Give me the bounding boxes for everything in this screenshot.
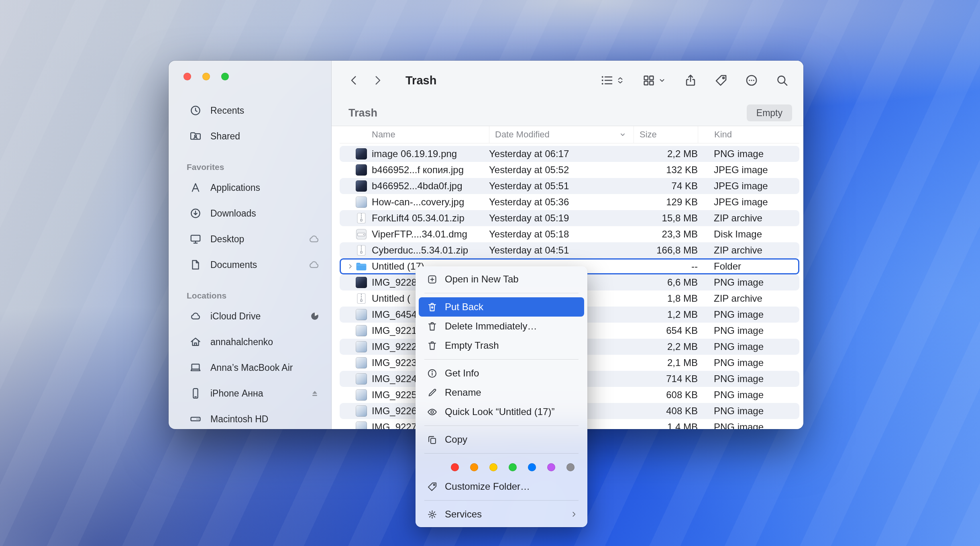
submenu-chevron-icon xyxy=(570,510,579,519)
file-kind: PNG image xyxy=(698,277,799,288)
quick-look-untitled-17-menu-item[interactable]: Quick Look “Untitled (17)” xyxy=(419,402,584,421)
search-button[interactable] xyxy=(775,74,789,87)
tag-green-swatch[interactable] xyxy=(509,463,517,471)
section-header-bar: Trash Empty xyxy=(332,100,803,126)
tag-orange-swatch[interactable] xyxy=(470,463,478,471)
file-row-cyberduc-5-34-01-zip[interactable]: Cyberduc...5.34.01.zipYesterday at 04:51… xyxy=(340,242,799,258)
laptop-icon xyxy=(189,362,202,374)
column-header-date-modified[interactable]: Date Modified xyxy=(489,126,634,143)
forward-button[interactable] xyxy=(371,74,384,87)
file-row-b466952-f-jpg[interactable]: b466952...f копия.jpgYesterday at 05:521… xyxy=(340,162,799,178)
disclosure-chevron-icon[interactable] xyxy=(345,262,356,270)
context-menu: Open in New TabPut BackDelete Immediatel… xyxy=(416,266,587,527)
sidebar-item-documents[interactable]: Documents xyxy=(174,252,326,278)
column-headers: NameDate ModifiedSizeKind xyxy=(340,126,799,143)
column-header-size[interactable]: Size xyxy=(634,126,698,143)
close-button[interactable] xyxy=(183,73,191,80)
sort-indicator-icon xyxy=(618,130,627,139)
file-row-b466952-4bda0f-jpg[interactable]: b466952...4bda0f.jpgYesterday at 05:5174… xyxy=(340,178,799,194)
customize-folder-menu-item[interactable]: Customize Folder… xyxy=(419,477,584,496)
tag-red-swatch[interactable] xyxy=(451,463,459,471)
group-by-button[interactable] xyxy=(642,74,667,87)
window-controls xyxy=(183,73,229,80)
copy-menu-item[interactable]: Copy xyxy=(419,430,584,449)
share-button[interactable] xyxy=(684,74,697,87)
tag-yellow-swatch[interactable] xyxy=(489,463,497,471)
file-row-image-06-19-19-png[interactable]: image 06.19.19.pngYesterday at 06:172,2 … xyxy=(340,146,799,162)
eject-icon[interactable] xyxy=(310,388,320,399)
file-size: 23,3 MB xyxy=(634,229,698,240)
menu-item-label: Open in New Tab xyxy=(445,274,519,285)
file-kind: ZIP archive xyxy=(698,213,799,224)
clock-icon xyxy=(189,104,202,117)
minimize-button[interactable] xyxy=(202,73,210,80)
open-in-new-tab-menu-item[interactable]: Open in New Tab xyxy=(419,270,584,289)
get-info-menu-item[interactable]: Get Info xyxy=(419,364,584,383)
more-options-button[interactable] xyxy=(745,74,758,87)
file-size: 6,6 MB xyxy=(634,277,698,288)
sidebar-item-desktop[interactable]: Desktop xyxy=(174,226,326,252)
sidebar-item-downloads[interactable]: Downloads xyxy=(174,200,326,226)
file-name: b466952...f копия.jpg xyxy=(372,164,489,176)
file-size: 15,8 MB xyxy=(634,213,698,224)
delete-icon xyxy=(427,321,438,332)
file-row-how-can-covery-jpg[interactable]: How-can-...covery.jpgYesterday at 05:361… xyxy=(340,194,799,210)
empty-trash-button[interactable]: Empty xyxy=(747,104,792,121)
sidebar-item-iphone[interactable]: iPhone Анна xyxy=(174,380,326,406)
file-kind: PNG image xyxy=(698,309,799,320)
header-region: Trash xyxy=(332,61,803,126)
file-kind: PNG image xyxy=(698,421,799,429)
empty-trash-menu-item[interactable]: Empty Trash xyxy=(419,336,584,355)
delete-immediately-menu-item[interactable]: Delete Immediately… xyxy=(419,317,584,336)
rename-menu-item[interactable]: Rename xyxy=(419,383,584,402)
put-back-menu-item[interactable]: Put Back xyxy=(419,297,584,317)
file-size: 2,1 MB xyxy=(634,357,698,368)
tag-blue-swatch[interactable] xyxy=(528,463,536,471)
sidebar-item-label: iPhone Анна xyxy=(210,388,263,399)
tag-purple-swatch[interactable] xyxy=(547,463,555,471)
folder-icon xyxy=(356,261,372,272)
copy-icon xyxy=(427,434,438,445)
file-row-forklift4-05-34-01-zip[interactable]: ForkLift4 05.34.01.zipYesterday at 05:19… xyxy=(340,210,799,226)
back-button[interactable] xyxy=(348,74,361,87)
shared-folder-icon xyxy=(189,130,202,142)
menu-separator xyxy=(424,293,579,293)
sidebar-item-anna-s-macbook-air[interactable]: Anna’s MacBook Air xyxy=(174,355,326,380)
file-kind: PNG image xyxy=(698,405,799,417)
file-size: 132 KB xyxy=(634,164,698,176)
services-menu-item[interactable]: Services xyxy=(419,505,584,524)
empty-trash-icon xyxy=(427,340,438,351)
sidebar-item-macintosh-hd[interactable]: Macintosh HD xyxy=(174,406,326,429)
view-mode-button[interactable] xyxy=(600,74,625,87)
desktop-background[interactable]: RecentsSharedFavoritesApplicationsDownlo… xyxy=(0,0,980,546)
column-header-kind[interactable]: Kind xyxy=(698,126,799,143)
sidebar-item-annahalchenko[interactable]: annahalchenko xyxy=(174,329,326,355)
tag-colors-row xyxy=(419,458,584,477)
file-date-modified: Yesterday at 05:52 xyxy=(489,164,634,176)
sidebar-section-label: Locations xyxy=(187,290,326,302)
file-kind: PNG image xyxy=(698,341,799,352)
column-header-name[interactable]: Name xyxy=(345,126,489,143)
image-light-icon xyxy=(356,373,372,384)
sidebar-item-icloud-drive[interactable]: iCloud Drive xyxy=(174,303,326,329)
file-date-modified: Yesterday at 06:17 xyxy=(489,148,634,160)
file-size: 2,2 MB xyxy=(634,148,698,160)
file-kind: Folder xyxy=(698,261,799,272)
file-name: ForkLift4 05.34.01.zip xyxy=(372,213,489,224)
toolbar: Trash xyxy=(332,61,803,100)
quick-look-icon xyxy=(427,407,438,417)
file-row-viperftp-34-01-dmg[interactable]: ViperFTP....34.01.dmgYesterday at 05:182… xyxy=(340,226,799,242)
sidebar-item-recents[interactable]: Recents xyxy=(174,98,326,123)
zoom-button[interactable] xyxy=(221,73,229,80)
tags-button[interactable] xyxy=(714,74,728,87)
sidebar-item-shared[interactable]: Shared xyxy=(174,123,326,149)
sidebar-item-applications[interactable]: Applications xyxy=(174,175,326,200)
icloud-icon xyxy=(189,310,202,322)
menu-item-label: Empty Trash xyxy=(445,340,499,351)
sidebar-item-label: iCloud Drive xyxy=(210,311,261,322)
image-dark-icon xyxy=(356,180,372,192)
menu-item-label: Customize Folder… xyxy=(445,481,530,492)
file-size: 1,2 MB xyxy=(634,309,698,320)
tag-gray-swatch[interactable] xyxy=(566,463,575,471)
file-size: -- xyxy=(634,261,698,272)
